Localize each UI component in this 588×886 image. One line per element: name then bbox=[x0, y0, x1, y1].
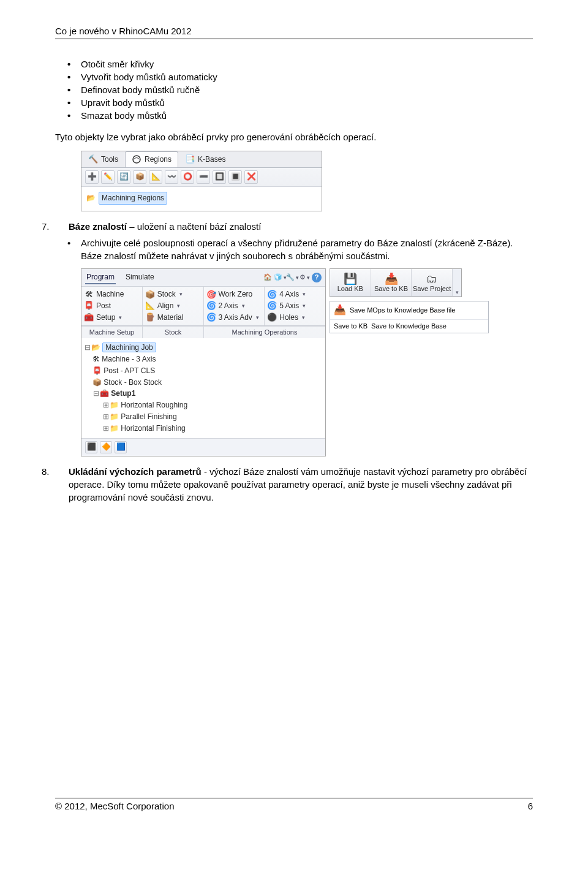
tree-label: Horizontal Finishing bbox=[121, 424, 185, 433]
top-tab-simulate[interactable]: Simulate bbox=[124, 271, 156, 285]
screenshot-regions-panel: 🔨 Tools Regions 📑 K-Bases ➕ ✏️ 🔄 📦 📐 〰️ … bbox=[81, 151, 322, 211]
tree-item[interactable]: ⊞📁 Horizontal Roughing bbox=[84, 399, 320, 411]
tree-item[interactable]: 📦 Stock - Box Stock bbox=[84, 377, 320, 388]
tree-setup1[interactable]: ⊟🧰 Setup1 bbox=[84, 388, 320, 399]
tree-label: Setup1 bbox=[111, 389, 135, 398]
kb-label: Load KB bbox=[337, 285, 363, 292]
group-label: Machine Setup bbox=[81, 326, 143, 338]
toolbar-button[interactable]: ➕ bbox=[85, 170, 99, 184]
tree-item[interactable]: 🛠 Machine - 3 Axis bbox=[84, 354, 320, 365]
tab-label: Regions bbox=[145, 154, 172, 165]
section-7: 7.Báze znalostí – uložení a načtení bází… bbox=[55, 220, 533, 233]
toolbar-button[interactable]: ❌ bbox=[244, 170, 258, 184]
ribbon-5axis[interactable]: 🌀5 Axis bbox=[267, 300, 323, 312]
toolbar-button[interactable]: 🟦 bbox=[115, 441, 127, 453]
post-icon: 📮 bbox=[84, 301, 94, 311]
machine-icon: 🛠 bbox=[92, 355, 100, 363]
ribbon-3axisadv[interactable]: 🌀3 Axis Adv bbox=[206, 312, 262, 324]
tooltip-text: Save to Knowledge Base bbox=[371, 322, 447, 331]
folder-icon: 📁 bbox=[110, 412, 119, 421]
bullet-item: Vytvořit body můstků automaticky bbox=[81, 70, 533, 83]
ribbon-material[interactable]: 🪵Material bbox=[145, 312, 201, 324]
toolbar-button[interactable]: 🔶 bbox=[100, 441, 112, 453]
bottom-toolbar: ⬛ 🔶 🟦 bbox=[81, 438, 325, 456]
footer-page-number: 6 bbox=[528, 800, 533, 812]
machining-tree: ⊟📂 Machining Job 🛠 Machine - 3 Axis 📮 Po… bbox=[81, 338, 325, 437]
load-icon: 💾 bbox=[330, 271, 371, 284]
kb-load-button[interactable]: 💾 Load KB bbox=[330, 269, 371, 297]
workzero-icon: 🎯 bbox=[206, 290, 216, 300]
ribbon-label: Holes bbox=[279, 312, 298, 323]
tree-item[interactable]: ⊞📁 Parallel Finishing bbox=[84, 411, 320, 423]
save-icon: 📥 bbox=[334, 303, 346, 317]
kb-label: Save Project bbox=[413, 285, 451, 292]
toolbar-button[interactable]: ⭕ bbox=[181, 170, 194, 184]
machine-icon: 🛠 bbox=[84, 290, 94, 300]
folder-icon: 📂 bbox=[91, 343, 100, 352]
toolbar-button[interactable]: 🔲 bbox=[213, 170, 226, 184]
toolbar-button[interactable]: ✏️ bbox=[101, 170, 115, 184]
ribbon-holes[interactable]: ⚫Holes bbox=[267, 312, 323, 324]
dropdown-icon[interactable]: 🔧 bbox=[287, 273, 297, 282]
gear-icon[interactable]: ⚙ bbox=[300, 273, 309, 282]
material-icon: 🪵 bbox=[145, 312, 155, 322]
ribbon-label: Align bbox=[157, 301, 174, 311]
ribbon-2axis[interactable]: 🌀2 Axis bbox=[206, 300, 262, 312]
tab-tools[interactable]: 🔨 Tools bbox=[81, 151, 125, 167]
tree-label: Machine - 3 Axis bbox=[102, 355, 156, 363]
dropdown-icon[interactable]: 🧊 bbox=[275, 273, 285, 282]
ribbon-align[interactable]: 📐Align bbox=[145, 300, 201, 312]
tab-label: Tools bbox=[101, 154, 118, 165]
tab-kbases[interactable]: 📑 K-Bases bbox=[178, 151, 232, 167]
tree-item-machining-regions[interactable]: Machining Regions bbox=[99, 192, 167, 205]
expand-button[interactable]: ▾ bbox=[453, 269, 461, 297]
ribbon-4axis[interactable]: 🌀4 Axis bbox=[267, 289, 323, 300]
help-icon[interactable]: ? bbox=[312, 273, 322, 282]
tab-label: K-Bases bbox=[198, 154, 225, 165]
axis-icon: 🌀 bbox=[267, 301, 277, 311]
bullet-item: Archivujte celé posloupnosti operací a v… bbox=[81, 237, 533, 262]
bullet-item: Upravit body můstků bbox=[81, 96, 533, 109]
toolbar-button[interactable]: 🔳 bbox=[228, 170, 242, 184]
ribbon-label: Stock bbox=[157, 289, 176, 300]
tree-item[interactable]: 📮 Post - APT CLS bbox=[84, 365, 320, 377]
home-icon[interactable]: 🏠 bbox=[263, 273, 273, 282]
tree-item[interactable]: ⊞📁 Horizontal Finishing bbox=[84, 423, 320, 434]
setup-icon: 🧰 bbox=[100, 389, 109, 398]
top-tab-program[interactable]: Program bbox=[85, 271, 116, 285]
stock-icon: 📦 bbox=[92, 378, 102, 387]
kb-save-project-button[interactable]: 🗂 Save Project bbox=[412, 269, 453, 297]
hammer-icon: 🔨 bbox=[88, 154, 98, 164]
ribbon-setup[interactable]: 🧰Setup bbox=[84, 312, 140, 324]
toolbar-button[interactable]: ➖ bbox=[197, 170, 210, 184]
toolbar-button[interactable]: ⬛ bbox=[85, 441, 97, 453]
bullet-item: Otočit směr křivky bbox=[81, 58, 533, 70]
toolbar-button[interactable]: 📐 bbox=[149, 170, 162, 184]
tab-regions[interactable]: Regions bbox=[125, 151, 178, 167]
stock-icon: 📦 bbox=[145, 290, 155, 300]
tree-root[interactable]: 📂 Machining Regions bbox=[86, 191, 317, 206]
holes-icon: ⚫ bbox=[267, 312, 277, 322]
tooltip-label: Save to KB bbox=[334, 322, 368, 331]
ribbon-workzero[interactable]: 🎯Work Zero bbox=[206, 289, 262, 300]
ribbon-label: 2 Axis bbox=[219, 301, 238, 311]
toolbar-button[interactable]: 📦 bbox=[133, 170, 146, 184]
post-icon: 📮 bbox=[92, 366, 102, 375]
bullet-item: Smazat body můstků bbox=[81, 109, 533, 122]
kb-save-button[interactable]: 📥 Save to KB bbox=[371, 269, 412, 297]
ribbon-machine[interactable]: 🛠Machine bbox=[84, 289, 140, 300]
toolbar-button[interactable]: 🔄 bbox=[117, 170, 130, 184]
tree-job[interactable]: ⊟📂 Machining Job bbox=[84, 342, 320, 354]
ribbon-stock[interactable]: 📦Stock bbox=[145, 289, 201, 300]
align-icon: 📐 bbox=[145, 301, 155, 311]
tree-label: Machining Job bbox=[102, 343, 156, 352]
tree-label: Horizontal Roughing bbox=[121, 401, 187, 409]
ribbon-label: Post bbox=[96, 301, 111, 311]
toolbar-button[interactable]: 〰️ bbox=[165, 170, 178, 184]
section-title-rest: – uložení a načtení bází znalostí bbox=[127, 221, 261, 232]
folder-icon: 📁 bbox=[110, 424, 119, 433]
top-bullet-list: Otočit směr křivky Vytvořit body můstků … bbox=[55, 58, 533, 122]
ribbon-post[interactable]: 📮Post bbox=[84, 300, 140, 312]
tree-label: Stock - Box Stock bbox=[104, 378, 162, 387]
group-label: Stock bbox=[143, 326, 204, 338]
